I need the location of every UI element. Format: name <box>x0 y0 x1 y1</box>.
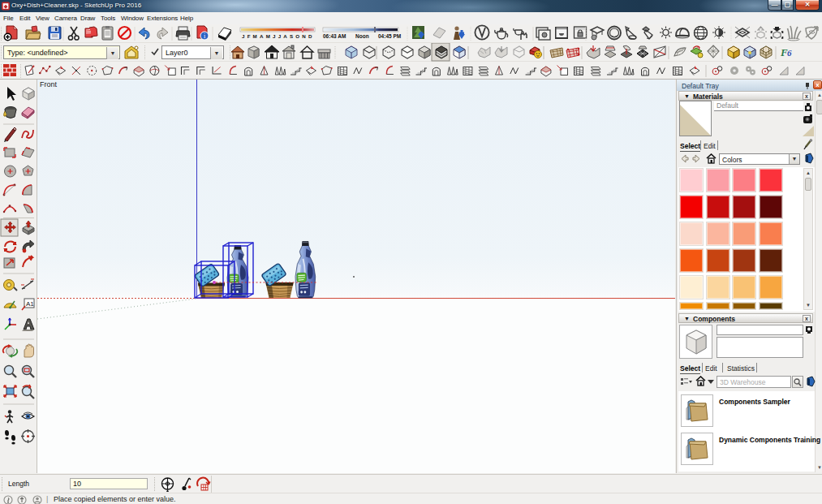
svg-text:04:45 PM: 04:45 PM <box>378 33 401 39</box>
svg-text:JFMAMJJASOND: JFMAMJJASOND <box>242 33 315 39</box>
svg-text:06:43 AM: 06:43 AM <box>323 33 346 39</box>
svg-text:Noon: Noon <box>355 33 369 39</box>
svg-text:A1: A1 <box>26 300 34 308</box>
svg-text:6: 6 <box>787 48 792 58</box>
